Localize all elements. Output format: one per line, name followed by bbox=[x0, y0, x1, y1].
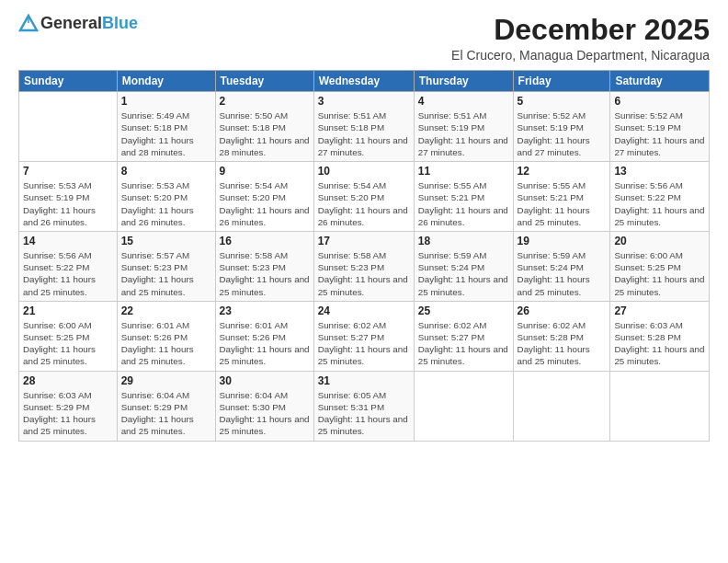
calendar-cell: 16Sunrise: 5:58 AM Sunset: 5:23 PM Dayli… bbox=[215, 231, 313, 301]
day-info: Sunrise: 5:57 AM Sunset: 5:23 PM Dayligh… bbox=[121, 249, 211, 298]
calendar-cell: 22Sunrise: 6:01 AM Sunset: 5:26 PM Dayli… bbox=[117, 301, 215, 371]
day-info: Sunrise: 6:00 AM Sunset: 5:25 PM Dayligh… bbox=[614, 249, 705, 298]
day-number: 21 bbox=[23, 304, 113, 317]
day-number: 17 bbox=[318, 235, 410, 247]
day-info: Sunrise: 6:01 AM Sunset: 5:26 PM Dayligh… bbox=[121, 319, 211, 368]
day-info: Sunrise: 6:04 AM Sunset: 5:30 PM Dayligh… bbox=[220, 389, 310, 438]
day-number: 16 bbox=[220, 235, 310, 247]
header: GeneralBlue December 2025 El Crucero, Ma… bbox=[18, 14, 710, 63]
day-number: 27 bbox=[614, 304, 705, 317]
day-number: 31 bbox=[318, 374, 410, 387]
location-subtitle: El Crucero, Managua Department, Nicaragu… bbox=[451, 48, 710, 63]
calendar-week-row: 1Sunrise: 5:49 AM Sunset: 5:18 PM Daylig… bbox=[19, 92, 710, 162]
calendar-cell bbox=[19, 92, 118, 162]
day-info: Sunrise: 6:01 AM Sunset: 5:26 PM Dayligh… bbox=[220, 319, 310, 368]
day-number: 6 bbox=[614, 95, 705, 108]
logo-icon bbox=[18, 14, 39, 34]
day-info: Sunrise: 5:58 AM Sunset: 5:23 PM Dayligh… bbox=[220, 249, 310, 298]
calendar-cell bbox=[610, 371, 710, 441]
calendar-cell: 12Sunrise: 5:55 AM Sunset: 5:21 PM Dayli… bbox=[513, 162, 610, 232]
calendar-cell: 24Sunrise: 6:02 AM Sunset: 5:27 PM Dayli… bbox=[313, 301, 414, 371]
day-number: 5 bbox=[518, 95, 607, 108]
calendar-cell: 10Sunrise: 5:54 AM Sunset: 5:20 PM Dayli… bbox=[313, 162, 414, 232]
day-info: Sunrise: 5:51 AM Sunset: 5:19 PM Dayligh… bbox=[418, 109, 509, 158]
page: GeneralBlue December 2025 El Crucero, Ma… bbox=[0, 0, 728, 563]
calendar-cell: 1Sunrise: 5:49 AM Sunset: 5:18 PM Daylig… bbox=[117, 92, 215, 162]
day-info: Sunrise: 6:03 AM Sunset: 5:29 PM Dayligh… bbox=[23, 389, 113, 438]
calendar-cell: 31Sunrise: 6:05 AM Sunset: 5:31 PM Dayli… bbox=[313, 371, 414, 441]
day-number: 29 bbox=[121, 374, 211, 387]
day-info: Sunrise: 5:59 AM Sunset: 5:24 PM Dayligh… bbox=[418, 249, 509, 298]
day-number: 25 bbox=[418, 304, 509, 317]
calendar-cell: 4Sunrise: 5:51 AM Sunset: 5:19 PM Daylig… bbox=[414, 92, 513, 162]
day-info: Sunrise: 5:50 AM Sunset: 5:18 PM Dayligh… bbox=[220, 109, 310, 158]
weekday-header-sunday: Sunday bbox=[19, 71, 118, 92]
calendar-week-row: 28Sunrise: 6:03 AM Sunset: 5:29 PM Dayli… bbox=[19, 371, 710, 441]
day-info: Sunrise: 5:55 AM Sunset: 5:21 PM Dayligh… bbox=[418, 179, 509, 228]
day-number: 8 bbox=[121, 165, 211, 178]
day-info: Sunrise: 6:02 AM Sunset: 5:28 PM Dayligh… bbox=[518, 319, 607, 368]
calendar-cell: 14Sunrise: 5:56 AM Sunset: 5:22 PM Dayli… bbox=[19, 231, 118, 301]
day-info: Sunrise: 5:54 AM Sunset: 5:20 PM Dayligh… bbox=[220, 179, 310, 228]
weekday-header-monday: Monday bbox=[117, 71, 215, 92]
calendar-cell: 3Sunrise: 5:51 AM Sunset: 5:18 PM Daylig… bbox=[313, 92, 414, 162]
day-number: 30 bbox=[220, 374, 310, 387]
day-number: 3 bbox=[318, 95, 410, 108]
calendar-cell: 26Sunrise: 6:02 AM Sunset: 5:28 PM Dayli… bbox=[513, 301, 610, 371]
calendar-week-row: 14Sunrise: 5:56 AM Sunset: 5:22 PM Dayli… bbox=[19, 231, 710, 301]
calendar-cell: 9Sunrise: 5:54 AM Sunset: 5:20 PM Daylig… bbox=[215, 162, 313, 232]
day-number: 2 bbox=[220, 95, 310, 108]
day-info: Sunrise: 6:02 AM Sunset: 5:27 PM Dayligh… bbox=[318, 319, 410, 368]
day-info: Sunrise: 6:02 AM Sunset: 5:27 PM Dayligh… bbox=[418, 319, 509, 368]
calendar-week-row: 21Sunrise: 6:00 AM Sunset: 5:25 PM Dayli… bbox=[19, 301, 710, 371]
calendar-cell: 29Sunrise: 6:04 AM Sunset: 5:29 PM Dayli… bbox=[117, 371, 215, 441]
calendar-cell: 25Sunrise: 6:02 AM Sunset: 5:27 PM Dayli… bbox=[414, 301, 513, 371]
calendar-cell bbox=[414, 371, 513, 441]
day-info: Sunrise: 5:55 AM Sunset: 5:21 PM Dayligh… bbox=[518, 179, 607, 228]
weekday-header-friday: Friday bbox=[513, 71, 610, 92]
day-number: 19 bbox=[518, 235, 607, 247]
day-info: Sunrise: 5:52 AM Sunset: 5:19 PM Dayligh… bbox=[614, 109, 705, 158]
calendar-table: SundayMondayTuesdayWednesdayThursdayFrid… bbox=[18, 70, 710, 441]
calendar-cell: 13Sunrise: 5:56 AM Sunset: 5:22 PM Dayli… bbox=[610, 162, 710, 232]
day-info: Sunrise: 6:05 AM Sunset: 5:31 PM Dayligh… bbox=[318, 389, 410, 438]
day-number: 9 bbox=[220, 165, 310, 178]
title-block: December 2025 El Crucero, Managua Depart… bbox=[451, 14, 710, 63]
calendar-cell: 30Sunrise: 6:04 AM Sunset: 5:30 PM Dayli… bbox=[215, 371, 313, 441]
day-number: 1 bbox=[121, 95, 211, 108]
day-number: 20 bbox=[614, 235, 705, 247]
weekday-header-wednesday: Wednesday bbox=[313, 71, 414, 92]
calendar-cell: 11Sunrise: 5:55 AM Sunset: 5:21 PM Dayli… bbox=[414, 162, 513, 232]
day-info: Sunrise: 5:53 AM Sunset: 5:20 PM Dayligh… bbox=[121, 179, 211, 228]
day-info: Sunrise: 5:54 AM Sunset: 5:20 PM Dayligh… bbox=[318, 179, 410, 228]
logo: GeneralBlue bbox=[18, 14, 138, 34]
day-number: 7 bbox=[23, 165, 113, 178]
day-number: 10 bbox=[318, 165, 410, 178]
calendar-cell: 18Sunrise: 5:59 AM Sunset: 5:24 PM Dayli… bbox=[414, 231, 513, 301]
day-number: 15 bbox=[121, 235, 211, 247]
weekday-header-tuesday: Tuesday bbox=[215, 71, 313, 92]
calendar-cell: 6Sunrise: 5:52 AM Sunset: 5:19 PM Daylig… bbox=[610, 92, 710, 162]
day-number: 11 bbox=[418, 165, 509, 178]
weekday-header-saturday: Saturday bbox=[610, 71, 710, 92]
logo-general-text: General bbox=[40, 14, 102, 32]
day-number: 22 bbox=[121, 304, 211, 317]
day-number: 23 bbox=[220, 304, 310, 317]
weekday-header-row: SundayMondayTuesdayWednesdayThursdayFrid… bbox=[19, 71, 710, 92]
calendar-cell: 21Sunrise: 6:00 AM Sunset: 5:25 PM Dayli… bbox=[19, 301, 118, 371]
day-number: 4 bbox=[418, 95, 509, 108]
day-number: 24 bbox=[318, 304, 410, 317]
calendar-cell: 23Sunrise: 6:01 AM Sunset: 5:26 PM Dayli… bbox=[215, 301, 313, 371]
calendar-cell bbox=[513, 371, 610, 441]
day-info: Sunrise: 6:04 AM Sunset: 5:29 PM Dayligh… bbox=[121, 389, 211, 438]
calendar-cell: 2Sunrise: 5:50 AM Sunset: 5:18 PM Daylig… bbox=[215, 92, 313, 162]
weekday-header-thursday: Thursday bbox=[414, 71, 513, 92]
day-info: Sunrise: 5:51 AM Sunset: 5:18 PM Dayligh… bbox=[318, 109, 410, 158]
calendar-cell: 5Sunrise: 5:52 AM Sunset: 5:19 PM Daylig… bbox=[513, 92, 610, 162]
day-info: Sunrise: 5:53 AM Sunset: 5:19 PM Dayligh… bbox=[23, 179, 113, 228]
calendar-cell: 28Sunrise: 6:03 AM Sunset: 5:29 PM Dayli… bbox=[19, 371, 118, 441]
day-number: 13 bbox=[614, 165, 705, 178]
day-number: 18 bbox=[418, 235, 509, 247]
day-number: 26 bbox=[518, 304, 607, 317]
calendar-cell: 7Sunrise: 5:53 AM Sunset: 5:19 PM Daylig… bbox=[19, 162, 118, 232]
